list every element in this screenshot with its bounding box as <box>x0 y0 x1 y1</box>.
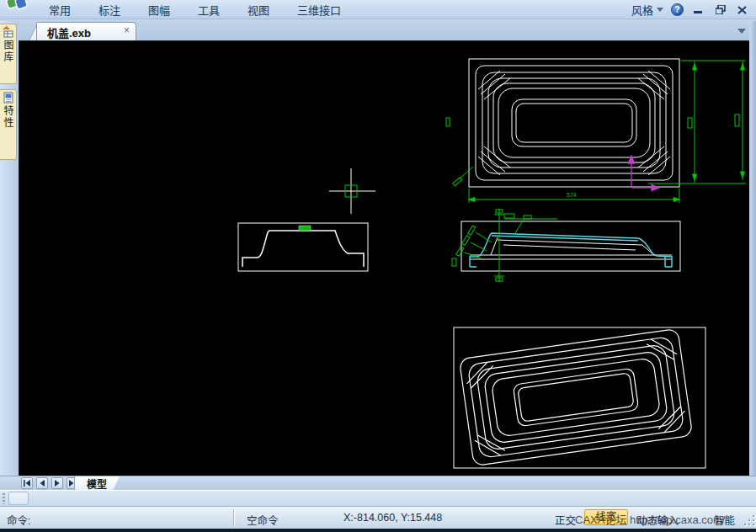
document-tab-active[interactable]: 机盖.exb × <box>25 22 136 40</box>
minimize-icon <box>694 6 703 13</box>
style-button-label: 风格 <box>631 2 653 18</box>
status-bar: 命令: 空命令 X:-814.060, Y:15.448 正交 线宽 动态输入 … <box>0 506 756 529</box>
sheet-tab-bar: 模型 <box>0 476 756 490</box>
side-view <box>452 209 680 282</box>
cad-drawing: 574 <box>19 40 749 476</box>
next-sheet-icon <box>54 480 61 487</box>
command-toolbar-button[interactable] <box>8 492 29 505</box>
previous-sheet-icon <box>39 480 45 487</box>
menu-tools[interactable]: 工具 <box>198 2 220 18</box>
document-tab-bar: 机盖.exb × <box>0 19 756 40</box>
window-bottom-edge <box>0 529 756 532</box>
sidebar-tab-library[interactable]: 图库 <box>0 24 17 84</box>
sheet-navigation <box>21 477 78 489</box>
model-sheet-tab-label: 模型 <box>87 479 107 491</box>
chevron-down-icon <box>657 8 663 12</box>
app-logo-svg <box>5 0 30 17</box>
menu-view[interactable]: 视图 <box>248 2 269 18</box>
window-controls: 风格 ? <box>631 0 749 19</box>
toolbar-grip-handle[interactable] <box>3 493 5 504</box>
statusbar-separator <box>233 509 234 526</box>
app-logo-icon[interactable] <box>5 0 30 17</box>
application-window: 常用 标注 图幅 工具 视图 三维接口 风格 ? <box>0 0 756 532</box>
minimize-button[interactable] <box>691 4 705 16</box>
selection-grip <box>299 226 311 231</box>
window-right-border <box>749 21 756 506</box>
help-icon[interactable]: ? <box>671 3 684 16</box>
menu-sheet[interactable]: 图幅 <box>148 2 170 18</box>
tab-list-dropdown-icon[interactable] <box>737 29 746 34</box>
ortho-toggle[interactable]: 正交 <box>555 512 576 528</box>
sidebar-tab-properties[interactable]: 特性 <box>0 89 17 160</box>
properties-icon <box>3 92 14 104</box>
first-sheet-button[interactable] <box>21 477 33 489</box>
restore-button[interactable] <box>713 4 727 16</box>
dynamic-input-toggle[interactable]: 动态输入 <box>636 512 679 528</box>
previous-sheet-button[interactable] <box>36 477 48 489</box>
menu-bar: 常用 标注 图幅 工具 视图 三维接口 风格 ? <box>0 0 756 19</box>
menu-annotate[interactable]: 标注 <box>98 2 120 18</box>
close-icon <box>737 6 747 14</box>
cursor-coordinates: X:-814.060, Y:15.448 <box>343 512 442 524</box>
document-tab-title: 机盖.exb <box>47 24 91 40</box>
sidebar-tab-library-label: 图库 <box>1 40 15 63</box>
rotated-view <box>454 327 705 468</box>
model-sheet-tab[interactable]: 模型 <box>74 476 120 491</box>
menu-3d-interface[interactable]: 三维接口 <box>297 2 341 18</box>
tab-close-icon[interactable]: × <box>124 24 130 36</box>
command-toolbar <box>0 490 756 506</box>
crosshair-cursor <box>329 168 375 214</box>
command-state: 空命令 <box>247 512 279 528</box>
drawing-canvas[interactable]: 574 <box>19 40 749 476</box>
section-view <box>238 223 368 271</box>
snap-mode-toggle[interactable]: 智能 <box>714 512 735 528</box>
first-sheet-icon <box>24 480 30 487</box>
left-sidebar: 图库 特性 <box>0 21 19 476</box>
close-button[interactable] <box>735 4 749 16</box>
command-prompt[interactable]: 命令: <box>7 512 30 528</box>
top-view <box>469 59 679 187</box>
sidebar-tab-properties-label: 特性 <box>1 105 15 129</box>
dim-width-label: 574 <box>567 192 577 198</box>
top-view-dimensions <box>446 61 746 203</box>
menu-common[interactable]: 常用 <box>49 2 71 18</box>
style-button[interactable]: 风格 <box>631 2 663 18</box>
next-sheet-button[interactable] <box>51 477 63 489</box>
library-icon <box>3 26 14 38</box>
main-menu: 常用 标注 图幅 工具 视图 三维接口 <box>49 0 341 19</box>
linewidth-toggle[interactable]: 线宽 <box>584 509 628 525</box>
restore-icon <box>716 5 726 14</box>
resize-grip[interactable] <box>744 513 754 525</box>
